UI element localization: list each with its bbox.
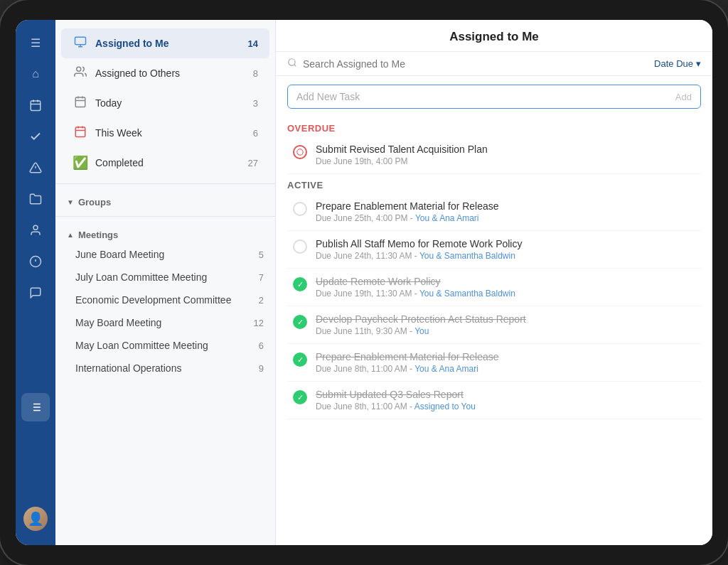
task-row: Publish All Staff Memo for Remote Work P…: [287, 231, 701, 269]
folder-icon[interactable]: [21, 185, 50, 213]
completed-icon: ✅: [73, 155, 88, 171]
june-board-count: 5: [259, 249, 264, 260]
overdue-section-label: Overdue: [287, 117, 701, 136]
task-title: Submit Updated Q3 Sales Report: [316, 389, 695, 400]
add-task-button[interactable]: Add: [675, 92, 692, 102]
july-loan-label: July Loan Committee Meeting: [75, 271, 259, 283]
task-due: Due June 25th, 4:00 PM - You & Ana Amari: [316, 213, 695, 223]
alert-icon[interactable]: [21, 154, 50, 182]
calendar-icon[interactable]: [21, 91, 50, 119]
may-board-label: May Board Meeting: [75, 317, 254, 328]
sidebar-group-intl-ops[interactable]: International Operations 9: [55, 357, 275, 380]
person-icon[interactable]: [21, 216, 50, 244]
svg-rect-0: [31, 101, 41, 111]
task-info: Prepare Enablement Material for Release …: [316, 351, 695, 374]
completed-label: Completed: [95, 157, 241, 168]
task-info: Publish All Staff Memo for Remote Work P…: [316, 238, 695, 261]
this-week-count: 6: [253, 128, 258, 139]
may-loan-count: 6: [259, 340, 264, 351]
groups-label: Groups: [78, 197, 111, 208]
main-content: Assigned to Me Date Due ▾ Add: [276, 20, 712, 545]
econ-dev-label: Economic Development Committee: [75, 294, 259, 306]
sidebar-group-june-board[interactable]: June Board Meeting 5: [55, 243, 275, 266]
sidebar-item-this-week[interactable]: This Week 6: [61, 118, 269, 148]
meetings-section-header[interactable]: ▲ Meetings: [55, 222, 275, 243]
svg-rect-20: [75, 97, 85, 107]
sidebar-item-today[interactable]: Today 3: [61, 88, 269, 118]
meetings-chevron-icon: ▲: [67, 231, 74, 239]
june-board-label: June Board Meeting: [75, 249, 259, 260]
assigned-to-me-label: Assigned to Me: [95, 38, 241, 49]
task-checkbox[interactable]: [293, 202, 307, 216]
may-loan-label: May Loan Committee Meeting: [75, 340, 259, 351]
search-icon: [287, 58, 297, 70]
date-due-label: Date Due: [654, 58, 693, 69]
tasks-container: Overdue Submit Revised Talent Acquisitio…: [276, 117, 712, 545]
task-checkbox[interactable]: ✓: [293, 353, 307, 367]
tablet-frame: ☰ ⌂: [0, 0, 728, 565]
today-count: 3: [253, 98, 258, 109]
assignee-label: You & Ana Amari: [415, 213, 479, 223]
hamburger-icon[interactable]: ☰: [21, 28, 50, 57]
page-title: Assigned to Me: [449, 30, 539, 44]
avatar[interactable]: 👤: [23, 507, 48, 531]
today-icon: [73, 95, 88, 111]
assignee-label: You & Samantha Baldwin: [419, 251, 515, 261]
task-info: Submit Revised Talent Acquisition Plan D…: [316, 144, 695, 166]
sidebar-group-may-board[interactable]: May Board Meeting 12: [55, 311, 275, 334]
assigned-to-others-label: Assigned to Others: [95, 68, 246, 79]
assignee-label: You: [414, 326, 429, 336]
divider-2: [55, 216, 275, 217]
date-due-chevron-icon: ▾: [696, 58, 701, 69]
info-icon[interactable]: [21, 247, 50, 276]
task-title: Submit Revised Talent Acquisition Plan: [316, 144, 695, 155]
sidebar-item-assigned-to-me[interactable]: Assigned to Me 14: [61, 28, 269, 58]
sidebar-item-assigned-to-others[interactable]: Assigned to Others 8: [61, 58, 269, 88]
check-icon[interactable]: [21, 122, 50, 151]
home-icon[interactable]: ⌂: [21, 60, 50, 88]
task-title: Update Remote Work Policy: [316, 276, 695, 287]
sidebar: Assigned to Me 14 Assigned to Others 8: [55, 20, 276, 545]
task-title: Publish All Staff Memo for Remote Work P…: [316, 238, 695, 249]
task-checkbox[interactable]: ✓: [293, 277, 307, 291]
task-row: Submit Revised Talent Acquisition Plan D…: [287, 136, 701, 174]
task-row: ✓ Prepare Enablement Material for Releas…: [287, 344, 701, 382]
chat-icon[interactable]: [21, 279, 50, 307]
intl-ops-label: International Operations: [75, 362, 259, 374]
divider-1: [55, 183, 275, 184]
task-checkbox[interactable]: ✓: [293, 390, 307, 404]
svg-point-28: [289, 59, 295, 65]
task-checkbox[interactable]: [293, 145, 307, 159]
active-section-label: Active: [287, 174, 701, 193]
date-due-button[interactable]: Date Due ▾: [654, 58, 701, 69]
task-row: ✓ Submit Updated Q3 Sales Report Due Jun…: [287, 382, 701, 419]
task-due: Due June 11th, 9:30 AM - You: [316, 326, 695, 336]
this-week-icon: [73, 125, 88, 141]
sidebar-item-completed[interactable]: ✅ Completed 27: [61, 148, 269, 178]
icon-nav: ☰ ⌂: [16, 20, 55, 545]
search-bar: Date Due ▾: [276, 52, 712, 76]
assignee-label: You & Samantha Baldwin: [419, 289, 515, 298]
task-checkbox[interactable]: ✓: [293, 315, 307, 329]
svg-point-6: [33, 225, 38, 230]
today-label: Today: [95, 97, 246, 109]
this-week-label: This Week: [95, 127, 246, 139]
task-row: ✓ Develop Paycheck Protection Act Status…: [287, 306, 701, 344]
task-title: Develop Paycheck Protection Act Status R…: [316, 313, 695, 325]
task-title: Prepare Enablement Material for Release: [316, 200, 695, 212]
completed-count: 27: [248, 158, 258, 168]
add-task-input[interactable]: [296, 91, 675, 102]
assigned-to-me-icon: [73, 36, 88, 51]
intl-ops-count: 9: [259, 363, 264, 374]
search-input[interactable]: [303, 58, 648, 70]
svg-point-19: [77, 67, 81, 71]
task-checkbox[interactable]: [293, 240, 307, 254]
assignee-label: You & Ana Amari: [414, 364, 478, 374]
sidebar-group-may-loan[interactable]: May Loan Committee Meeting 6: [55, 334, 275, 357]
sidebar-group-july-loan[interactable]: July Loan Committee Meeting 7: [55, 266, 275, 289]
groups-section-header[interactable]: ▼ Groups: [55, 190, 275, 210]
list-icon[interactable]: [21, 393, 50, 421]
sidebar-group-econ-dev[interactable]: Economic Development Committee 2: [55, 289, 275, 311]
task-info: Develop Paycheck Protection Act Status R…: [316, 313, 695, 336]
meetings-label: Meetings: [78, 230, 118, 240]
